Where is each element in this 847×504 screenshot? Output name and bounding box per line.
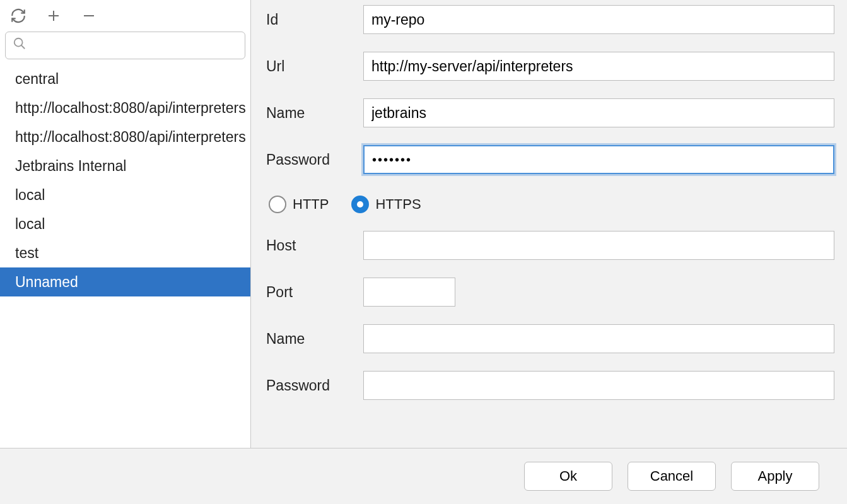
repo-list-item[interactable]: Jetbrains Internal — [0, 151, 250, 180]
host-input[interactable] — [363, 231, 834, 260]
settings-dialog: centralhttp://localhost:8080/api/interpr… — [0, 0, 847, 504]
sidebar-toolbar — [0, 0, 250, 29]
repo-list-item[interactable]: Unnamed — [0, 267, 250, 296]
password-input[interactable] — [363, 145, 834, 174]
url-input[interactable] — [363, 52, 834, 81]
protocol-https-label: HTTPS — [375, 196, 421, 213]
cancel-button[interactable]: Cancel — [628, 462, 716, 491]
search-input[interactable] — [5, 32, 245, 59]
refresh-icon — [10, 8, 26, 24]
button-bar: Ok Cancel Apply — [0, 448, 847, 504]
repo-list-item[interactable]: http://localhost:8080/api/interpreters — [0, 122, 250, 151]
svg-point-3 — [15, 38, 23, 47]
search-wrap — [0, 29, 250, 64]
main-area: centralhttp://localhost:8080/api/interpr… — [0, 0, 847, 448]
proxy-password-input[interactable] — [363, 371, 834, 400]
ok-button[interactable]: Ok — [524, 462, 612, 491]
sidebar: centralhttp://localhost:8080/api/interpr… — [0, 0, 251, 448]
minus-icon — [81, 8, 96, 23]
protocol-https-radio[interactable]: HTTPS — [351, 196, 421, 213]
proxy-name-input[interactable] — [363, 324, 834, 353]
search-icon — [13, 37, 26, 54]
refresh-button[interactable] — [9, 6, 28, 25]
form-panel: Id Url Name Password HTTP — [251, 0, 847, 448]
protocol-radio-group: HTTP HTTPS — [266, 196, 834, 213]
port-input[interactable] — [363, 278, 455, 307]
url-label: Url — [266, 58, 363, 75]
add-button[interactable] — [44, 6, 63, 25]
repo-list-item[interactable]: local — [0, 180, 250, 209]
radio-icon — [269, 196, 286, 213]
search-box — [5, 32, 245, 59]
proxy-password-label: Password — [266, 377, 363, 394]
remove-button[interactable] — [79, 6, 98, 25]
host-label: Host — [266, 237, 363, 254]
radio-icon — [351, 196, 369, 213]
protocol-http-label: HTTP — [293, 196, 329, 213]
plus-icon — [46, 8, 61, 23]
repo-list-item[interactable]: central — [0, 64, 250, 93]
svg-line-4 — [21, 45, 25, 49]
name-label: Name — [266, 105, 363, 122]
id-label: Id — [266, 11, 363, 28]
password-label: Password — [266, 151, 363, 168]
port-label: Port — [266, 284, 363, 301]
proxy-name-label: Name — [266, 331, 363, 348]
repo-list-item[interactable]: test — [0, 238, 250, 267]
apply-button[interactable]: Apply — [731, 462, 819, 491]
repo-list-item[interactable]: local — [0, 209, 250, 238]
protocol-http-radio[interactable]: HTTP — [269, 196, 329, 213]
id-input[interactable] — [363, 5, 834, 34]
name-input[interactable] — [363, 98, 834, 127]
repo-list-item[interactable]: http://localhost:8080/api/interpreters — [0, 93, 250, 122]
repo-list[interactable]: centralhttp://localhost:8080/api/interpr… — [0, 64, 250, 448]
